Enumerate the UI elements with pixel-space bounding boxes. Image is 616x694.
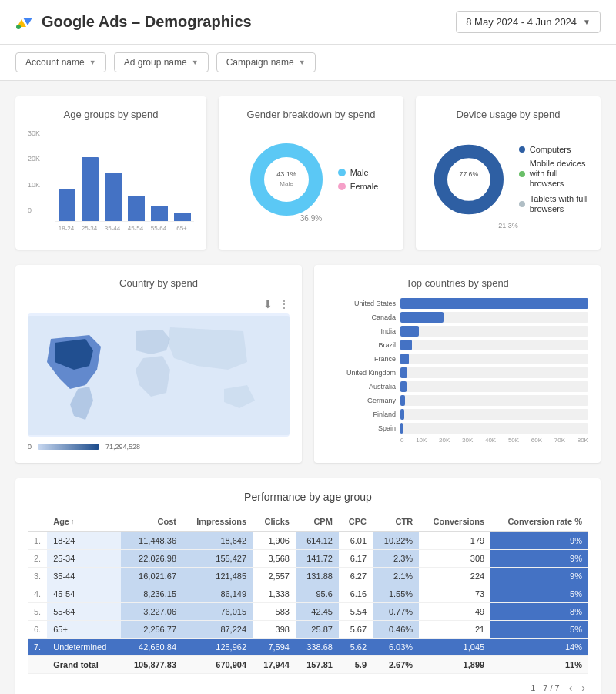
map-svg bbox=[28, 316, 290, 435]
sort-icon: ↑ bbox=[71, 518, 75, 525]
bar-chart-bars bbox=[55, 137, 194, 222]
gender-legend-female: Female bbox=[338, 182, 379, 191]
age-chart-title: Age groups by spend bbox=[28, 109, 194, 120]
chevron-down-icon: ▼ bbox=[583, 18, 591, 26]
device-donut-svg: 77.6% bbox=[428, 137, 510, 222]
pagination-label: 1 - 7 / 7 bbox=[531, 683, 559, 692]
gender-donut-svg: 43.1% Male bbox=[244, 137, 329, 222]
ad-group-filter[interactable]: Ad group name ▼ bbox=[114, 52, 209, 72]
header: Google Ads – Demographics 8 May 2024 - 4… bbox=[0, 0, 616, 45]
bar-65plus bbox=[174, 213, 191, 221]
top-countries-chart: United States Canada India Brazil France… bbox=[326, 298, 588, 444]
table-row-highlighted: 7. Undetermined 42,660.84 125,962 7,594 … bbox=[28, 639, 588, 656]
top-countries-card: Top countries by spend United States Can… bbox=[314, 265, 601, 463]
svg-point-2 bbox=[16, 25, 21, 29]
country-bar-uk: United Kingdom bbox=[326, 367, 588, 378]
tablets-color-dot bbox=[519, 201, 525, 207]
table-row: 2. 25-34 22,026.98 155,427 3,568 141.72 … bbox=[28, 550, 588, 568]
performance-table: Age ↑ Cost Impressions Clicks CPM CPC CT… bbox=[28, 512, 588, 674]
page-title: Google Ads – Demographics bbox=[42, 13, 252, 31]
gender-legend: Male Female bbox=[338, 168, 379, 191]
top-charts-row: Age groups by spend 30K 20K 10K 0 18-24 … bbox=[0, 81, 616, 265]
map-title: Country by spend bbox=[28, 277, 290, 289]
svg-text:77.6%: 77.6% bbox=[460, 170, 479, 178]
country-bar-canada: Canada bbox=[326, 312, 588, 323]
device-legend-tablets: Tablets with full browsers bbox=[519, 194, 588, 214]
table-row: 1. 18-24 11,448.36 18,642 1,906 614.12 6… bbox=[28, 531, 588, 550]
col-cost: Cost bbox=[121, 512, 182, 531]
date-range-picker[interactable]: 8 May 2024 - 4 Jun 2024 ▼ bbox=[456, 11, 601, 33]
menu-icon[interactable]: ⋮ bbox=[279, 298, 290, 310]
device-legend-computers: Computers bbox=[519, 145, 588, 154]
country-bar-india: India bbox=[326, 326, 588, 337]
col-cpc: CPC bbox=[339, 512, 373, 531]
page-navigation: ‹ › bbox=[566, 680, 588, 694]
grand-total-row: Grand total 105,877.83 670,904 17,944 15… bbox=[28, 656, 588, 674]
map-row: Country by spend ⬇ ⋮ bbox=[0, 265, 616, 478]
device-legend: Computers Mobile devices with full brows… bbox=[519, 145, 588, 214]
map-legend-min: 0 bbox=[28, 443, 32, 451]
x-axis: 0 10K 20K 30K 40K 50K 60K 70K 80K bbox=[326, 437, 588, 444]
table-footer: 1 - 7 / 7 ‹ › bbox=[28, 680, 588, 694]
chevron-down-icon: ▼ bbox=[192, 59, 199, 66]
col-conversions: Conversions bbox=[419, 512, 490, 531]
bar-55-64 bbox=[151, 206, 168, 221]
col-num bbox=[28, 512, 47, 531]
gender-chart-title: Gender breakdown by spend bbox=[231, 109, 391, 120]
male-color-dot bbox=[338, 169, 346, 176]
device-chart-title: Device usage by spend bbox=[428, 109, 588, 120]
world-map bbox=[28, 313, 290, 437]
gender-legend-male: Male bbox=[338, 168, 379, 177]
age-bar-chart: 30K 20K 10K 0 18-24 25-34 35-44 45-54 55… bbox=[28, 129, 194, 237]
col-cpm: CPM bbox=[296, 512, 339, 531]
map-legend: 0 71,294,528 bbox=[28, 443, 290, 451]
bar-45-54 bbox=[128, 196, 145, 221]
device-chart-card: Device usage by spend 77.6% Computers Mo… bbox=[416, 96, 601, 250]
device-donut-container: 77.6% Computers Mobile devices with full… bbox=[428, 129, 588, 230]
col-age[interactable]: Age ↑ bbox=[47, 512, 121, 531]
account-filter[interactable]: Account name ▼ bbox=[15, 52, 106, 72]
bar-25-34 bbox=[82, 157, 99, 221]
map-card: Country by spend ⬇ ⋮ bbox=[15, 265, 302, 463]
svg-point-5 bbox=[265, 158, 308, 201]
table-title: Performance by age group bbox=[28, 491, 588, 503]
prev-page-button[interactable]: ‹ bbox=[566, 680, 576, 694]
country-bar-us: United States bbox=[326, 298, 588, 309]
female-color-dot bbox=[338, 183, 346, 190]
y-axis-labels: 30K 20K 10K 0 bbox=[28, 129, 40, 214]
table-row: 5. 55-64 3,227.06 76,015 583 42.45 5.54 … bbox=[28, 603, 588, 621]
mobile-pct-label: 21.3% bbox=[428, 222, 588, 230]
map-legend-max: 71,294,528 bbox=[105, 443, 140, 451]
table-row: 3. 35-44 16,021.67 121,485 2,557 131.88 … bbox=[28, 568, 588, 585]
country-bar-france: France bbox=[326, 354, 588, 364]
table-header-row: Age ↑ Cost Impressions Clicks CPM CPC CT… bbox=[28, 512, 588, 531]
date-range-value: 8 May 2024 - 4 Jun 2024 bbox=[466, 16, 577, 28]
bar-35-44 bbox=[105, 173, 122, 221]
map-toolbar: ⬇ ⋮ bbox=[28, 298, 290, 310]
chevron-down-icon: ▼ bbox=[89, 59, 96, 66]
mobile-color-dot bbox=[519, 171, 525, 177]
col-conv-rate: Conversion rate % bbox=[490, 512, 588, 531]
filter-bar: Account name ▼ Ad group name ▼ Campaign … bbox=[0, 45, 616, 81]
svg-text:Male: Male bbox=[280, 180, 293, 187]
download-icon[interactable]: ⬇ bbox=[263, 298, 273, 310]
header-left: Google Ads – Demographics bbox=[15, 13, 252, 32]
country-bar-spain: Spain bbox=[326, 423, 588, 434]
table-section: Performance by age group Age ↑ Cost Impr… bbox=[0, 478, 616, 694]
country-bar-finland: Finland bbox=[326, 409, 588, 420]
campaign-filter[interactable]: Campaign name ▼ bbox=[216, 52, 316, 72]
gender-chart-card: Gender breakdown by spend 43.1% Male Mal… bbox=[219, 96, 403, 250]
computers-color-dot bbox=[519, 146, 525, 153]
chevron-down-icon: ▼ bbox=[299, 59, 306, 66]
next-page-button[interactable]: › bbox=[578, 680, 588, 694]
performance-table-card: Performance by age group Age ↑ Cost Impr… bbox=[15, 478, 601, 694]
table-row: 6. 65+ 2,256.77 87,224 398 25.87 5.67 0.… bbox=[28, 621, 588, 639]
country-bar-australia: Australia bbox=[326, 381, 588, 392]
svg-text:43.1%: 43.1% bbox=[276, 170, 296, 178]
google-ads-logo bbox=[15, 13, 34, 32]
age-chart-card: Age groups by spend 30K 20K 10K 0 18-24 … bbox=[15, 96, 206, 250]
country-bar-germany: Germany bbox=[326, 395, 588, 406]
table-row: 4. 45-54 8,236.15 86,149 1,338 95.6 6.16… bbox=[28, 585, 588, 603]
device-legend-mobile: Mobile devices with full browsers bbox=[519, 159, 588, 189]
col-ctr: CTR bbox=[373, 512, 419, 531]
